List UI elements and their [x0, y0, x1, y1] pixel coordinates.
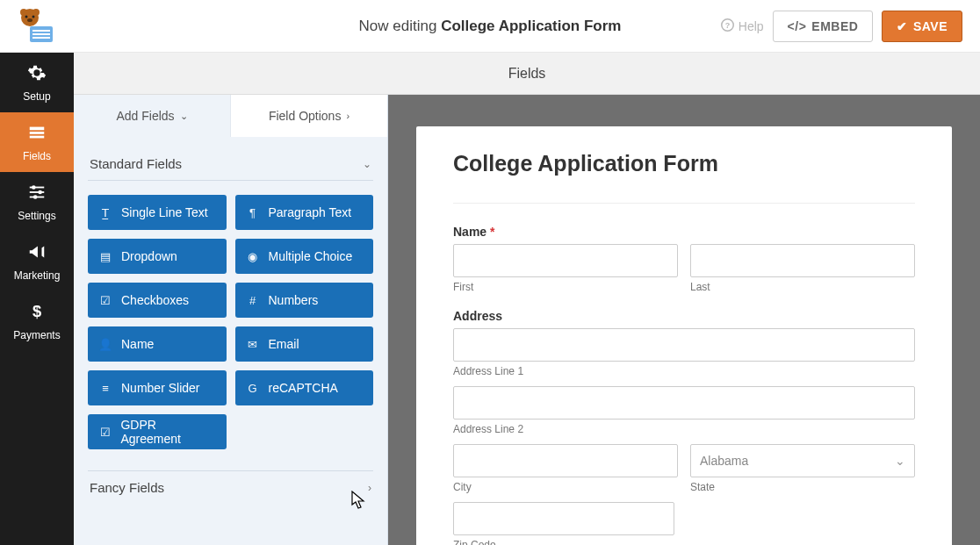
svg-point-1 [20, 9, 27, 16]
tab-add-fields[interactable]: Add Fields ⌄ [74, 95, 230, 137]
svg-point-19 [38, 190, 42, 194]
field-button-email[interactable]: ✉Email [235, 326, 374, 362]
svg-point-2 [32, 9, 40, 16]
chevron-down-icon: ⌄ [895, 454, 905, 468]
form-preview-card: College Application Form Name * First [416, 126, 952, 545]
address-field-block: Address Address Line 1 Address Line 2 [453, 309, 915, 545]
first-name-sublabel: First [453, 281, 678, 293]
state-sublabel: State [690, 481, 915, 493]
field-button-gdpr-agreement[interactable]: ☑GDPR Agreement [88, 414, 227, 449]
first-name-input[interactable] [453, 244, 678, 277]
topbar: Now editing College Application Form ? H… [0, 0, 980, 53]
field-button-label: GDPR Agreement [120, 418, 215, 446]
dropdown-icon: ▤ [98, 250, 112, 263]
svg-text:?: ? [725, 21, 731, 30]
svg-rect-9 [32, 37, 50, 39]
name-field-block: Name * First Last [453, 225, 915, 293]
sidebar-item-marketing[interactable]: Marketing [0, 232, 74, 291]
svg-point-4 [32, 15, 35, 18]
multiple-choice-icon: ◉ [246, 250, 260, 263]
form-title: College Application Form [453, 151, 915, 176]
field-button-multiple-choice[interactable]: ◉Multiple Choice [235, 239, 374, 274]
svg-rect-12 [30, 126, 45, 130]
field-button-numbers[interactable]: #Numbers [235, 283, 374, 318]
field-button-label: Name [121, 337, 154, 351]
state-select[interactable]: Alabama ⌄ [690, 444, 915, 477]
section-heading-strip: Fields [74, 53, 980, 95]
svg-rect-8 [32, 33, 50, 35]
sidebar-item-label: Fields [23, 150, 51, 162]
address-line2-sublabel: Address Line 2 [453, 423, 915, 435]
embed-icon: </> [788, 19, 807, 33]
address-line2-input[interactable] [453, 386, 915, 420]
embed-button[interactable]: </> EMBED [773, 11, 874, 42]
numbers-icon: # [246, 294, 260, 307]
save-button[interactable]: ✔ SAVE [882, 11, 962, 42]
sidebar-item-setup[interactable]: Setup [0, 53, 74, 112]
recaptcha-icon: G [246, 382, 260, 395]
paragraph-text-icon: ¶ [246, 206, 260, 219]
field-button-recaptcha[interactable]: GreCAPTCHA [235, 370, 374, 405]
checkboxes-icon: ☑ [98, 294, 112, 307]
sidebar-item-label: Payments [13, 329, 60, 341]
address-label: Address [453, 309, 915, 323]
field-button-label: reCAPTCHA [269, 381, 338, 395]
email-icon: ✉ [246, 338, 260, 351]
check-icon: ✔ [897, 19, 908, 33]
last-name-sublabel: Last [690, 281, 915, 293]
tab-field-options[interactable]: Field Options › [230, 95, 387, 137]
sidebar-item-label: Marketing [14, 269, 61, 282]
sidebar-item-label: Settings [18, 210, 55, 222]
gear-icon [27, 63, 47, 87]
field-button-single-line-text[interactable]: T̲Single Line Text [88, 195, 227, 230]
field-button-name[interactable]: 👤Name [88, 326, 227, 362]
field-button-label: Checkboxes [121, 293, 189, 307]
city-input[interactable] [453, 444, 678, 477]
zip-input[interactable] [453, 502, 674, 535]
logo [11, 7, 56, 46]
field-button-dropdown[interactable]: ▤Dropdown [88, 239, 227, 274]
field-button-label: Single Line Text [121, 205, 208, 219]
field-button-number-slider[interactable]: ≡Number Slider [88, 370, 227, 405]
help-link[interactable]: ? Help [721, 18, 764, 34]
svg-point-5 [27, 18, 32, 22]
city-sublabel: City [453, 481, 678, 493]
sidebar-item-fields[interactable]: Fields [0, 112, 74, 172]
chevron-right-icon: › [346, 111, 349, 121]
form-icon [27, 123, 47, 147]
field-button-label: Paragraph Text [269, 205, 352, 219]
zip-sublabel: Zip Code [453, 539, 674, 545]
chevron-right-icon: › [368, 482, 371, 494]
last-name-input[interactable] [690, 244, 915, 277]
svg-rect-13 [30, 132, 45, 134]
section-standard-fields[interactable]: Standard Fields ⌄ [88, 147, 373, 181]
help-icon: ? [721, 18, 734, 34]
svg-point-18 [32, 185, 36, 190]
name-label: Name * [453, 225, 915, 239]
field-button-label: Multiple Choice [269, 249, 353, 263]
number-slider-icon: ≡ [98, 382, 112, 395]
dollar-icon: $ [27, 302, 47, 326]
svg-rect-14 [30, 135, 45, 138]
name-icon: 👤 [98, 338, 112, 351]
gdpr-agreement-icon: ☑ [98, 426, 112, 439]
field-button-label: Dropdown [121, 249, 177, 263]
field-button-checkboxes[interactable]: ☑Checkboxes [88, 283, 227, 318]
chevron-down-icon: ⌄ [363, 158, 371, 170]
field-button-label: Email [269, 337, 299, 351]
main-sidebar: Setup Fields Settings Marketing $ Paymen… [0, 53, 74, 545]
fields-panel: Add Fields ⌄ Field Options › Standard Fi… [74, 95, 388, 545]
svg-point-20 [33, 195, 38, 199]
svg-rect-7 [32, 30, 50, 32]
field-button-paragraph-text[interactable]: ¶Paragraph Text [235, 195, 374, 230]
sliders-icon [27, 183, 47, 206]
svg-text:$: $ [32, 302, 41, 320]
form-name-header: Now editing College Application Form [359, 18, 622, 35]
address-line1-sublabel: Address Line 1 [453, 365, 915, 377]
sidebar-item-settings[interactable]: Settings [0, 172, 74, 232]
bullhorn-icon [27, 242, 47, 266]
field-button-label: Number Slider [121, 381, 199, 395]
sidebar-item-payments[interactable]: $ Payments [0, 291, 74, 351]
section-fancy-fields[interactable]: Fancy Fields › [88, 471, 373, 504]
address-line1-input[interactable] [453, 328, 915, 362]
